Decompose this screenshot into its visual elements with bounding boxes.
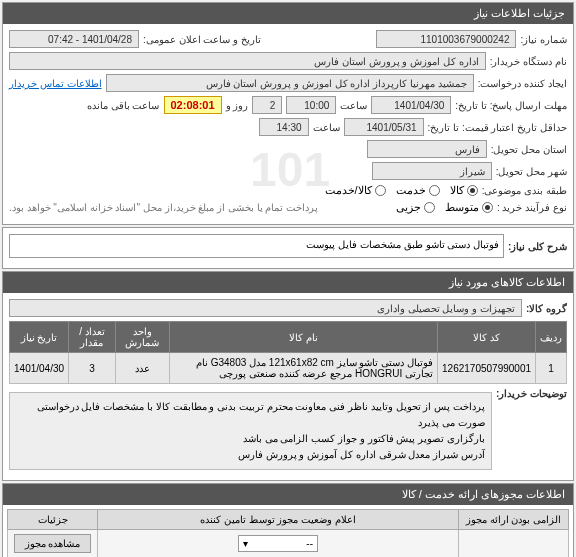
cell-mandatory — [459, 530, 569, 558]
permits-panel: اطلاعات مجوزهای ارائه خدمت / کالا الزامی… — [2, 483, 574, 557]
permits-header: اطلاعات مجوزهای ارائه خدمت / کالا — [3, 484, 573, 505]
cell-date: 1401/04/30 — [10, 353, 69, 384]
radio-small[interactable] — [424, 202, 435, 213]
table-row: -- ▾ مشاهده مجوز — [8, 530, 569, 558]
th-status: اعلام وضعیت مجوز توسط تامین کننده — [98, 510, 459, 530]
chevron-down-icon: ▾ — [243, 538, 248, 549]
validity-label: حداقل تاریخ اعتبار قیمت: تا تاریخ: — [428, 122, 567, 133]
day-value: 2 — [252, 96, 282, 114]
province-value: فارس — [367, 140, 487, 158]
permits-table: الزامی بودن ارائه مجوز اعلام وضعیت مجوز … — [7, 509, 569, 557]
radio-kala-label: کالا — [450, 184, 464, 197]
deadline-date: 1401/04/30 — [371, 96, 451, 114]
cell-unit: عدد — [115, 353, 169, 384]
items-header: اطلاعات کالاهای مورد نیاز — [3, 272, 573, 293]
need-no-label: شماره نیاز: — [520, 34, 567, 45]
remaining-label: ساعت باقی مانده — [87, 100, 160, 111]
radio-mid[interactable] — [482, 202, 493, 213]
buyer-value: اداره کل اموزش و پرورش استان فارس — [9, 52, 486, 70]
th-unit: واحد شمارش — [115, 322, 169, 353]
time-label-2: ساعت — [313, 122, 340, 133]
buyer-label: نام دستگاه خریدار: — [490, 56, 567, 67]
buyer-notes: پرداخت پس از تحویل وتایید ناظر فنی معاون… — [9, 392, 492, 470]
table-row: 1 1262170507990001 فوتبال دستی تاشو سایز… — [10, 353, 567, 384]
city-label: شهر محل تحویل: — [496, 166, 567, 177]
desc-panel: شرح کلی نیاز: فوتبال دستی تاشو طبق مشخصا… — [2, 227, 574, 269]
cell-status: -- ▾ — [98, 530, 459, 558]
view-permit-button[interactable]: مشاهده مجوز — [14, 534, 92, 553]
radio-khadamat[interactable] — [429, 185, 440, 196]
desc-label: شرح کلی نیاز: — [508, 241, 567, 252]
th-date: تاریخ نیاز — [10, 322, 69, 353]
items-panel: اطلاعات کالاهای مورد نیاز گروه کالا: تجه… — [2, 271, 574, 481]
need-details-header: جزئیات اطلاعات نیاز — [3, 3, 573, 24]
radio-both-label: کالا/خدمت — [325, 184, 372, 197]
cell-code: 1262170507990001 — [438, 353, 536, 384]
category-radio-group: کالا خدمت کالا/خدمت — [325, 184, 478, 197]
need-details-panel: جزئیات اطلاعات نیاز شماره نیاز: 11010036… — [2, 2, 574, 225]
cell-row: 1 — [536, 353, 567, 384]
day-label: روز و — [226, 100, 249, 111]
announce-value: 1401/04/28 - 07:42 — [9, 30, 139, 48]
radio-both[interactable] — [375, 185, 386, 196]
group-label: گروه کالا: — [526, 303, 567, 314]
province-label: استان محل تحویل: — [491, 144, 567, 155]
group-value: تجهیزات و وسایل تحصیلی واداری — [9, 299, 522, 317]
cell-qty: 3 — [69, 353, 116, 384]
remaining-time: 02:08:01 — [164, 96, 222, 114]
announce-label: تاریخ و ساعت اعلان عمومی: — [143, 34, 261, 45]
desc-value: فوتبال دستی تاشو طبق مشخصات فایل پیوست — [9, 234, 504, 258]
deadline-time: 10:00 — [286, 96, 336, 114]
th-row: ردیف — [536, 322, 567, 353]
need-no-value: 1101003679000242 — [376, 30, 516, 48]
th-mandatory: الزامی بودن ارائه مجوز — [459, 510, 569, 530]
creator-value: جمشید مهرنیا کارپرداز اداره کل اموزش و پ… — [106, 74, 474, 92]
radio-mid-label: متوسط — [445, 201, 479, 214]
deadline-label: مهلت ارسال پاسخ: تا تاریخ: — [455, 100, 567, 111]
category-label: طبقه بندی موضوعی: — [482, 185, 567, 196]
radio-small-label: جزیی — [396, 201, 421, 214]
cell-details: مشاهده مجوز — [8, 530, 98, 558]
status-select[interactable]: -- ▾ — [238, 535, 318, 552]
validity-date: 1401/05/31 — [344, 118, 424, 136]
validity-time: 14:30 — [259, 118, 309, 136]
select-value: -- — [306, 538, 313, 549]
process-radio-group: متوسط جزیی — [396, 201, 493, 214]
radio-kala[interactable] — [467, 185, 478, 196]
th-code: کد کالا — [438, 322, 536, 353]
creator-label: ایجاد کننده درخواست: — [478, 78, 567, 89]
contact-link[interactable]: اطلاعات تماس خریدار — [9, 78, 102, 89]
items-table: ردیف کد کالا نام کالا واحد شمارش تعداد /… — [9, 321, 567, 384]
cell-name: فوتبال دستی تاشو سایز 121x61x82 cm مدل G… — [170, 353, 438, 384]
radio-khadamat-label: خدمت — [396, 184, 426, 197]
th-name: نام کالا — [170, 322, 438, 353]
payment-note: پرداخت تمام یا بخشی از مبلغ خرید،از محل … — [9, 202, 318, 213]
time-label-1: ساعت — [340, 100, 367, 111]
th-qty: تعداد / مقدار — [69, 322, 116, 353]
th-details: جزئیات — [8, 510, 98, 530]
process-label: نوع فرآیند خرید : — [497, 202, 567, 213]
city-value: شیراز — [372, 162, 492, 180]
buyer-notes-label: توضیحات خریدار: — [496, 388, 567, 399]
